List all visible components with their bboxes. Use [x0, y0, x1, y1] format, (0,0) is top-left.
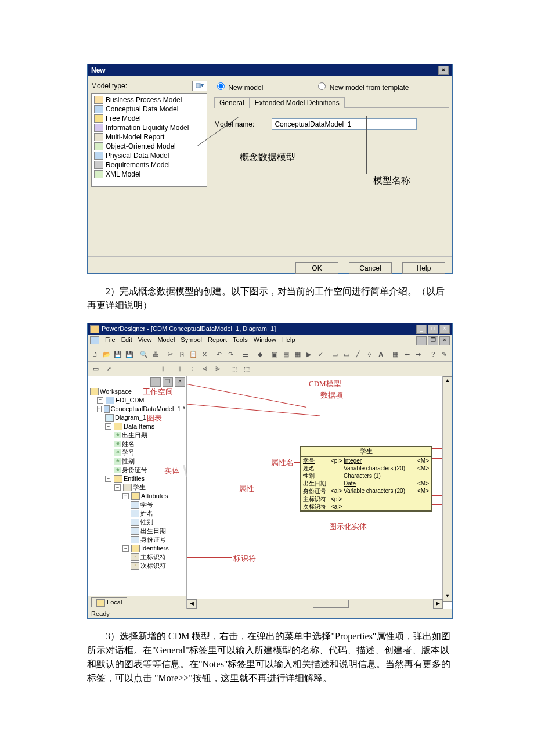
print-icon[interactable]: 🖶	[150, 348, 161, 360]
props-icon[interactable]: ☰	[240, 348, 251, 360]
model-name-input[interactable]	[272, 118, 417, 130]
collapse-icon[interactable]: −	[122, 545, 129, 552]
scroll-left-icon[interactable]: ◀	[187, 599, 197, 609]
close-icon[interactable]: ×	[439, 325, 450, 334]
save-icon[interactable]: 💾	[113, 348, 123, 360]
cut-icon[interactable]: ✂	[165, 348, 175, 360]
mdi-restore-icon[interactable]: ❐	[428, 336, 438, 345]
menu-model[interactable]: Model	[157, 336, 175, 345]
list-item[interactable]: Physical Data Model	[94, 151, 204, 160]
tree-attr[interactable]: 性别	[89, 518, 185, 527]
tree-identifiers[interactable]: −Identifiers	[89, 544, 185, 553]
tree-min-icon[interactable]: _	[150, 377, 161, 387]
view-toggle-icon[interactable]: ▥▾	[192, 81, 207, 91]
collapse-icon[interactable]: −	[105, 423, 111, 430]
list-item[interactable]: Object-Oriented Model	[94, 142, 204, 151]
mdi-close-icon[interactable]: ×	[439, 336, 450, 345]
menu-window[interactable]: Window	[254, 336, 276, 345]
list-item[interactable]: Business Process Model	[94, 95, 204, 105]
scroll-right-icon[interactable]: ▶	[433, 599, 443, 609]
align4-icon[interactable]: ⫴	[157, 363, 169, 375]
horizontal-scrollbar[interactable]: ◀ ▶	[187, 599, 443, 609]
find-icon[interactable]: 🔍	[139, 348, 149, 360]
menu-view[interactable]: View	[138, 336, 152, 345]
right-icon[interactable]: ➡	[413, 348, 424, 360]
list-item[interactable]: Conceptual Data Model	[94, 105, 204, 114]
undo-icon[interactable]: ↶	[214, 348, 225, 360]
open-icon[interactable]: 📂	[102, 348, 112, 360]
tab-general[interactable]: General	[214, 97, 250, 108]
align2-icon[interactable]: ≡	[132, 363, 143, 375]
nav1-icon[interactable]: ▶	[304, 348, 314, 360]
tree-close-icon[interactable]: ×	[175, 377, 185, 387]
report2-icon[interactable]: ▤	[281, 348, 291, 360]
collapse-icon[interactable]: −	[122, 493, 129, 499]
tree-edi[interactable]: +EDI_CDM	[89, 396, 185, 405]
list-item[interactable]: Multi-Model Report	[94, 132, 204, 142]
shape2-icon[interactable]: ▭	[341, 348, 352, 360]
tree-cdm1[interactable]: −ConceptualDataModel_1 *	[89, 405, 185, 413]
diagram-canvas[interactable]: CDM模型 数据项 属性 标识符 属性名 实体名称 强制，表示该属性不能 类型 …	[187, 376, 452, 609]
collapse-icon[interactable]: −	[105, 476, 111, 482]
radio-new-from-template[interactable]: New model from template	[315, 81, 409, 92]
tree-di[interactable]: ⊕学号	[89, 448, 185, 457]
align7-icon[interactable]: ⫷	[199, 363, 211, 375]
copy-icon[interactable]: ⎘	[176, 348, 187, 360]
saveall-icon[interactable]: 💾	[124, 348, 135, 360]
tree-di[interactable]: ⊕姓名	[89, 440, 185, 448]
align3-icon[interactable]: ≡	[145, 363, 156, 375]
dist2-icon[interactable]: ⬚	[241, 363, 252, 375]
menu-file[interactable]: File	[105, 336, 116, 345]
new-icon[interactable]: 🗋	[90, 348, 100, 360]
align1-icon[interactable]: ≡	[119, 363, 131, 375]
scroll-down-icon[interactable]: ▼	[443, 592, 452, 602]
menu-help[interactable]: Help	[282, 336, 295, 345]
menu-symbol[interactable]: Symbol	[181, 336, 202, 345]
vertical-scrollbar[interactable]: ▲ ▼	[442, 376, 452, 599]
tree-attr[interactable]: 学号	[89, 501, 185, 509]
edit-icon[interactable]: ✎	[439, 348, 450, 360]
report3-icon[interactable]: ▦	[293, 348, 303, 360]
align5-icon[interactable]: ⫵	[174, 363, 185, 375]
expand-icon[interactable]: +	[97, 397, 103, 404]
tree-attr[interactable]: 身份证号	[89, 535, 185, 544]
tree-id[interactable]: ♀次标识符	[89, 561, 185, 570]
tree-id[interactable]: ♀主标识符	[89, 553, 185, 561]
shape1-icon[interactable]: ▭	[330, 348, 340, 360]
dist1-icon[interactable]: ⬚	[228, 363, 240, 375]
paste-icon[interactable]: 📋	[188, 348, 199, 360]
tab-local[interactable]: Local	[91, 597, 127, 607]
list-item[interactable]: Requirements Model	[94, 160, 204, 170]
help-icon[interactable]: ?	[428, 348, 438, 360]
collapse-icon[interactable]: −	[114, 484, 121, 491]
fill-icon[interactable]: ◊	[365, 348, 375, 360]
zoom-icon[interactable]: ⤢	[103, 363, 114, 375]
help-button[interactable]: Help	[402, 262, 445, 274]
menu-edit[interactable]: Edit	[121, 336, 132, 345]
close-icon[interactable]: ×	[438, 66, 449, 75]
page-icon[interactable]: ▭	[90, 363, 102, 375]
report1-icon[interactable]: ▣	[269, 348, 280, 360]
mdi-minimize-icon[interactable]: _	[416, 336, 427, 345]
tree-attr[interactable]: 姓名	[89, 509, 185, 518]
text-icon[interactable]: A	[376, 348, 386, 360]
redo-icon[interactable]: ↷	[226, 348, 236, 360]
entity-symbol[interactable]: 学生 学号<pi>Integer<M> 姓名Variable character…	[300, 446, 432, 512]
tree-dataitems[interactable]: −Data Items	[89, 422, 185, 431]
left-icon[interactable]: ⬅	[402, 348, 412, 360]
tree-diagram[interactable]: Diagram_1	[89, 413, 185, 422]
layer-icon[interactable]: ▦	[391, 348, 401, 360]
menu-report[interactable]: Report	[208, 336, 227, 345]
scroll-up-icon[interactable]: ▲	[443, 376, 452, 386]
menu-tools[interactable]: Tools	[233, 336, 248, 345]
tree-max-icon[interactable]: ❐	[163, 377, 173, 387]
tree-di[interactable]: ⊕出生日期	[89, 431, 185, 440]
list-item[interactable]: Information Liquidity Model	[94, 123, 204, 132]
ok-button[interactable]: OK	[295, 262, 338, 274]
tree-entity-student[interactable]: −学生	[89, 483, 185, 492]
book-icon[interactable]: ◆	[255, 348, 265, 360]
tab-extended[interactable]: Extended Model Definitions	[250, 97, 345, 108]
model-type-list[interactable]: Business Process Model Conceptual Data M…	[91, 93, 207, 187]
collapse-icon[interactable]: −	[97, 406, 102, 412]
maximize-icon[interactable]: □	[428, 325, 438, 334]
